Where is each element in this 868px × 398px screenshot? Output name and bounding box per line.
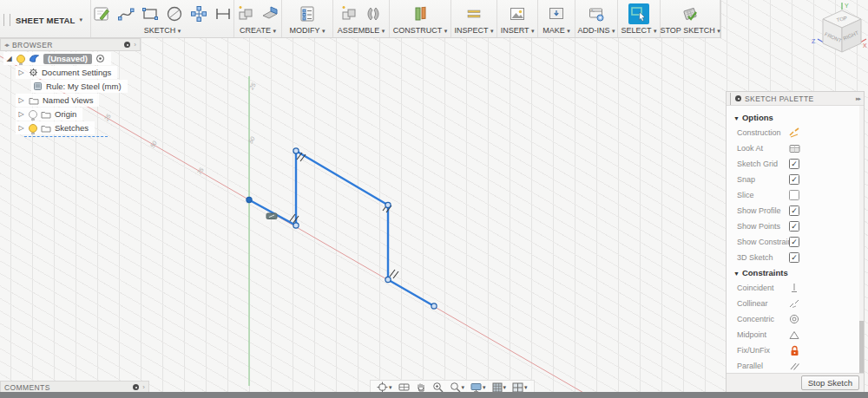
insert-image-icon[interactable] — [507, 3, 528, 24]
comments-icon[interactable] — [133, 384, 139, 390]
display-button[interactable]: ▾ — [470, 382, 486, 393]
spline-icon[interactable] — [115, 3, 136, 24]
collinear-icon[interactable] — [787, 299, 801, 309]
new-component-icon[interactable] — [339, 3, 359, 24]
3d-sketch-checkbox[interactable]: ✓ — [789, 252, 799, 263]
show-constraints-checkbox[interactable]: ✓ — [789, 237, 799, 247]
expander-icon[interactable]: ▷ — [17, 96, 25, 104]
sketch-point[interactable] — [293, 223, 299, 228]
palette-scrollbar[interactable] — [859, 106, 864, 373]
palette-row-slice[interactable]: Slice — [727, 187, 864, 203]
browser-item-label[interactable]: Named Views — [43, 95, 93, 105]
visibility-bulb-off-icon[interactable] — [29, 110, 37, 119]
select-icon[interactable] — [628, 3, 649, 24]
display-mode-icon[interactable] — [124, 42, 130, 48]
create-sketch-icon[interactable] — [91, 3, 112, 24]
palette-row-show-profile[interactable]: Show Profile✓ — [727, 203, 864, 219]
browser-row-rule-my-steel-mm-[interactable]: Rule: My Steel (mm) — [31, 80, 141, 93]
browser-row-sketches[interactable]: ▷Sketches — [16, 121, 141, 134]
workspace-selector[interactable]: SHEET METAL ▾ — [0, 0, 91, 37]
palette-row-fix-unfix[interactable]: Fix/UnFix — [727, 343, 864, 358]
toolbar-group-label[interactable]: INSERT ▾ — [501, 25, 535, 36]
expander-icon[interactable]: ▷ — [17, 69, 25, 76]
browser-row-origin[interactable]: ▷Origin — [16, 108, 141, 121]
sketch-polyline[interactable] — [249, 151, 434, 306]
parallel-constraint-mark[interactable] — [390, 270, 395, 277]
palette-row-parallel[interactable]: Parallel — [727, 358, 864, 373]
make-icon[interactable] — [546, 3, 567, 24]
toolbar-group-label[interactable]: INSPECT ▾ — [455, 25, 494, 36]
grid-settings-button[interactable]: ▾ — [492, 382, 507, 393]
palette-row-snap[interactable]: Snap✓ — [727, 172, 864, 187]
show-profile-checkbox[interactable]: ✓ — [789, 206, 799, 216]
toolbar-group-label[interactable]: SKETCH ▾ — [144, 25, 181, 36]
visibility-bulb-on-icon[interactable] — [16, 55, 25, 63]
measure-icon[interactable] — [464, 3, 484, 24]
pan-button[interactable] — [416, 382, 426, 393]
pattern-icon[interactable] — [188, 3, 209, 24]
palette-row-show-points[interactable]: Show Points✓ — [727, 219, 864, 234]
palette-row-3d-sketch[interactable]: 3D Sketch✓ — [727, 250, 864, 265]
view-cube[interactable]: Y X Z TOP FRONT RIGHT — [803, 2, 868, 59]
stop-sketch-icon[interactable] — [680, 3, 700, 24]
browser-item-label[interactable]: Origin — [55, 109, 76, 119]
dimension-icon[interactable] — [213, 3, 233, 24]
stop-sketch-button[interactable]: Stop Sketch — [801, 375, 859, 390]
expander-icon[interactable]: ▷ — [17, 124, 25, 132]
collapse-arrows-icon[interactable]: ◂▸ — [4, 42, 9, 49]
toolbar-group-label[interactable]: MAKE ▾ — [542, 25, 570, 36]
activate-radio-icon[interactable] — [95, 54, 105, 63]
coincident-icon[interactable] — [787, 283, 801, 293]
browser-item-label[interactable]: Rule: My Steel (mm) — [46, 82, 122, 91]
circle-icon[interactable] — [164, 3, 185, 24]
browser-row-named-views[interactable]: ▷Named Views — [16, 94, 141, 107]
midpoint-icon[interactable] — [787, 330, 801, 340]
construction-icon[interactable] — [787, 127, 801, 138]
sketch-point[interactable] — [385, 277, 391, 282]
toolbar-group-label[interactable]: ADD-INS ▾ — [578, 25, 615, 36]
rectangle-icon[interactable] — [140, 3, 161, 24]
show-points-checkbox[interactable]: ✓ — [789, 221, 799, 232]
browser-item-label[interactable]: Sketches — [55, 123, 89, 133]
palette-row-midpoint[interactable]: Midpoint — [727, 327, 864, 343]
browser-item-label[interactable]: (Unsaved) — [43, 54, 92, 64]
parallel-constraint-mark[interactable] — [290, 214, 295, 221]
snap-checkbox[interactable]: ✓ — [789, 174, 799, 185]
sketch-point[interactable] — [431, 303, 437, 309]
toolbar-group-label[interactable]: CONSTRUCT ▾ — [393, 25, 447, 36]
collapse-arrows-icon[interactable]: ▸▸ — [856, 95, 860, 102]
palette-row-collinear[interactable]: Collinear — [727, 296, 864, 311]
toolbar-group-label[interactable]: SELECT ▾ — [621, 25, 657, 36]
construct-plane-icon[interactable] — [410, 3, 431, 24]
browser-row--unsaved-[interactable]: ◢(Unsaved) — [3, 52, 141, 65]
slice-checkbox[interactable] — [789, 190, 799, 200]
new-body-icon[interactable] — [235, 3, 256, 24]
viewports-button[interactable]: ▾ — [512, 382, 528, 393]
palette-row-show-constraints[interactable]: Show Constraints✓ — [727, 234, 864, 250]
flange-icon[interactable] — [260, 3, 280, 24]
toolbar-group-label[interactable]: MODIFY ▾ — [290, 25, 326, 36]
palette-section-constraints[interactable]: ▼Constraints — [727, 265, 864, 280]
palette-row-sketch-grid[interactable]: Sketch Grid✓ — [727, 156, 864, 172]
chevron-right-icon[interactable]: › — [134, 41, 136, 49]
scrollbar-thumb[interactable] — [859, 321, 864, 373]
add-ins-icon[interactable]: >_ — [586, 3, 607, 24]
palette-header[interactable]: SKETCH PALETTE ▸▸ — [727, 92, 864, 106]
lock-icon[interactable] — [787, 345, 801, 356]
concentric-icon[interactable] — [787, 314, 801, 324]
palette-row-construction[interactable]: Construction — [727, 125, 864, 140]
sketch-point[interactable] — [247, 197, 252, 202]
sketch-point[interactable] — [385, 202, 391, 207]
toolbar-group-label[interactable]: CREATE ▾ — [240, 25, 276, 36]
palette-section-options[interactable]: ▼Options — [727, 110, 864, 125]
look-at-nav-button[interactable] — [398, 382, 410, 392]
chevron-right-icon[interactable]: › — [142, 383, 145, 391]
expander-icon[interactable]: ▷ — [17, 110, 25, 118]
parallel-icon[interactable] — [787, 362, 801, 371]
toolbar-group-label[interactable]: STOP SKETCH ▾ — [660, 25, 720, 36]
visibility-bulb-on-icon[interactable] — [29, 124, 37, 133]
modify-list-icon[interactable] — [297, 3, 318, 24]
sketch-point[interactable] — [293, 148, 299, 153]
browser-row-document-settings[interactable]: ▷Document Settings — [16, 66, 141, 79]
expander-open-icon[interactable]: ◢ — [5, 55, 13, 62]
